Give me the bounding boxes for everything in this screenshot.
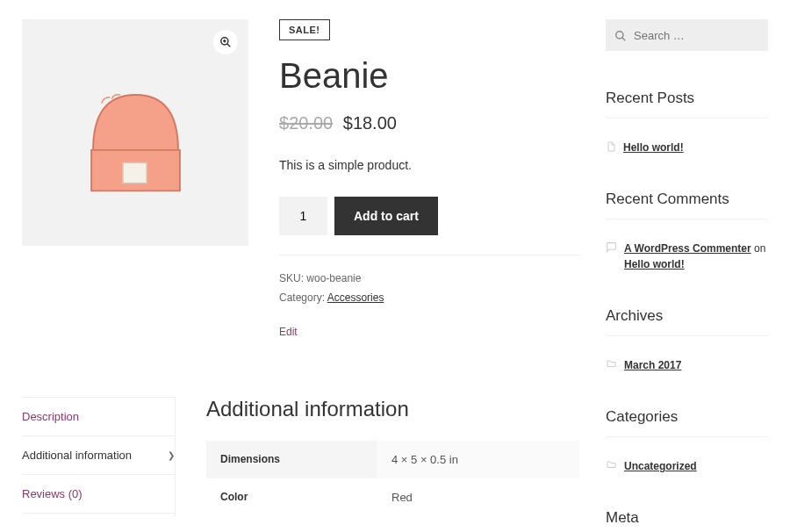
sku-row: SKU: woo-beanie bbox=[279, 270, 579, 289]
category-link[interactable]: Accessories bbox=[327, 291, 384, 304]
search-input[interactable] bbox=[634, 29, 781, 42]
tab-additional-information[interactable]: Additional information ❯ bbox=[22, 436, 175, 475]
folder-icon bbox=[606, 459, 617, 470]
zoom-icon[interactable] bbox=[213, 30, 238, 54]
comment-post-link[interactable]: Hello world! bbox=[624, 258, 685, 270]
document-icon bbox=[606, 140, 616, 153]
product-title: Beanie bbox=[279, 56, 579, 96]
sale-badge: SALE! bbox=[279, 19, 330, 40]
product-image[interactable] bbox=[22, 19, 248, 246]
attributes-table: Dimensions 4 × 5 × 0.5 in Color Red bbox=[206, 441, 579, 516]
category-link[interactable]: Uncategorized bbox=[624, 458, 697, 474]
table-row: Color Red bbox=[206, 478, 579, 516]
svg-rect-4 bbox=[122, 162, 146, 183]
comment-icon bbox=[606, 241, 617, 253]
price: $20.00 $18.00 bbox=[279, 113, 579, 133]
table-row: Dimensions 4 × 5 × 0.5 in bbox=[206, 441, 579, 478]
archives-title: Archives bbox=[606, 307, 768, 336]
commenter-link[interactable]: A WordPress Commenter bbox=[624, 242, 751, 255]
recent-posts-title: Recent Posts bbox=[606, 90, 768, 119]
add-to-cart-button[interactable]: Add to cart bbox=[334, 197, 438, 235]
svg-line-6 bbox=[622, 37, 626, 40]
edit-link[interactable]: Edit bbox=[279, 323, 579, 342]
svg-point-5 bbox=[616, 31, 623, 38]
quantity-input[interactable] bbox=[279, 197, 327, 235]
tab-reviews[interactable]: Reviews (0) bbox=[22, 475, 175, 514]
meta-title: Meta bbox=[606, 509, 768, 532]
svg-line-1 bbox=[227, 44, 231, 47]
category-row: Category: Accessories bbox=[279, 289, 579, 308]
short-description: This is a simple product. bbox=[279, 158, 579, 172]
recent-comments-title: Recent Comments bbox=[606, 191, 768, 219]
beanie-illustration bbox=[68, 65, 204, 201]
categories-title: Categories bbox=[606, 408, 768, 437]
folder-icon bbox=[606, 358, 617, 369]
tab-content-heading: Additional information bbox=[206, 397, 579, 421]
search-box[interactable] bbox=[606, 19, 768, 51]
tab-description[interactable]: Description bbox=[22, 397, 175, 436]
search-icon bbox=[614, 30, 627, 42]
archive-link[interactable]: March 2017 bbox=[624, 357, 681, 373]
recent-post-link[interactable]: Hello world! bbox=[623, 140, 684, 155]
chevron-right-icon: ❯ bbox=[168, 450, 175, 460]
